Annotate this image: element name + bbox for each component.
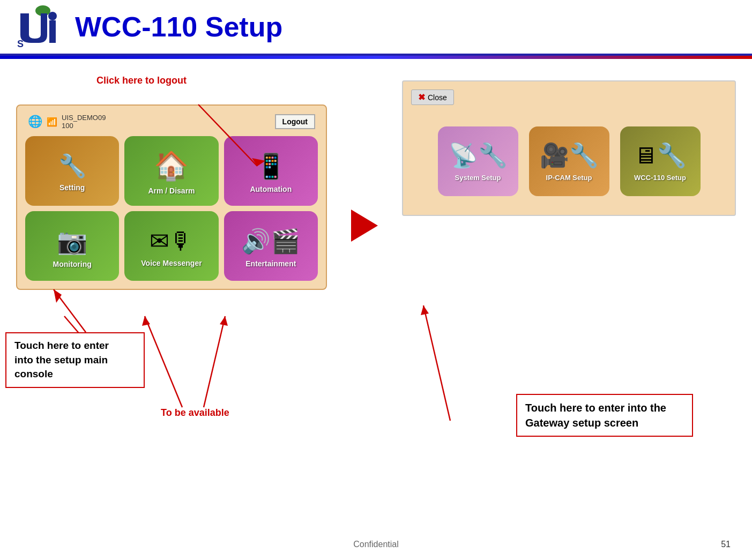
monitoring-tile[interactable]: 📷 Monitoring — [25, 211, 119, 281]
svg-line-13 — [423, 305, 450, 421]
wcc110-setup-tile[interactable]: 🖥🔧 WCC-110 Setup — [620, 126, 701, 196]
logout-button[interactable]: Logout — [275, 114, 315, 129]
right-panel: ✖ Close 📡🔧 System Setup 🎥🔧 IP-CAM Setup … — [402, 75, 736, 290]
console-topbar-left: 🌐 📶 UIS_DEMO09 100 — [28, 114, 106, 130]
svg-line-9 — [145, 316, 182, 407]
wcc110-setup-label: WCC-110 Setup — [634, 174, 686, 182]
ipcam-icon: 🎥🔧 — [540, 141, 599, 169]
svg-marker-14 — [421, 305, 429, 315]
left-panel: Click here to logout 🌐 📶 UIS_DEMO09 100 … — [16, 75, 327, 290]
arrow-shape — [351, 210, 378, 242]
touch-console-annotation: Touch here to enterinto the setup mainco… — [5, 332, 145, 388]
close-label: Close — [428, 93, 447, 102]
svg-marker-10 — [142, 316, 150, 326]
entertainment-tile[interactable]: 🔊🎬 Entertainment — [224, 211, 318, 281]
header-divider — [0, 56, 752, 59]
main-content: Click here to logout 🌐 📶 UIS_DEMO09 100 … — [0, 64, 752, 301]
monitoring-label: Monitoring — [53, 260, 92, 268]
app-grid: 🔧 Setting 🏠 Arm / Disarm 📱 Automation 📷 … — [25, 136, 318, 281]
settings-icon: 🔧 — [58, 153, 86, 179]
camera-icon: 📷 — [57, 227, 87, 256]
user-info: UIS_DEMO09 100 — [62, 114, 106, 130]
router-icon: 📡🔧 — [449, 141, 508, 169]
arm-disarm-label: Arm / Disarm — [148, 186, 195, 195]
entertainment-label: Entertainment — [245, 259, 296, 268]
right-arrow — [348, 210, 381, 242]
close-button[interactable]: ✖ Close — [411, 89, 454, 105]
setup-window: ✖ Close 📡🔧 System Setup 🎥🔧 IP-CAM Setup … — [402, 80, 736, 216]
svg-point-2 — [48, 12, 57, 20]
console-topbar: 🌐 📶 UIS_DEMO09 100 Logout — [25, 114, 318, 130]
automation-label: Automation — [250, 185, 292, 193]
house-icon: 🏠 — [154, 150, 189, 182]
svg-marker-12 — [220, 316, 228, 326]
header: S WCC-110 Setup — [0, 0, 752, 56]
ipcam-setup-label: IP-CAM Setup — [546, 174, 592, 182]
ipcam-setup-tile[interactable]: 🎥🔧 IP-CAM Setup — [529, 126, 609, 196]
globe-icon: 🌐 — [28, 115, 42, 129]
signal-level: 100 — [62, 122, 106, 130]
voice-messenger-label: Voice Messenger — [141, 259, 202, 267]
settings-tile[interactable]: 🔧 Setting — [25, 136, 119, 206]
remote-icon: 📱 — [256, 152, 286, 181]
system-setup-label: System Setup — [455, 174, 501, 182]
touch-gateway-annotation: Touch here to enter into theGateway setu… — [516, 394, 693, 437]
close-x-icon: ✖ — [418, 92, 425, 102]
envelope-mic-icon: ✉🎙 — [150, 227, 193, 255]
setup-icons-row: 📡🔧 System Setup 🎥🔧 IP-CAM Setup 🖥🔧 WCC-1… — [411, 116, 727, 207]
logout-annotation: Click here to logout — [96, 75, 187, 86]
touch-console-text: Touch here to enterinto the setup mainco… — [14, 340, 109, 379]
signal-bars-icon: 📶 — [47, 117, 57, 127]
svg-rect-1 — [49, 20, 56, 43]
settings-label: Setting — [59, 183, 85, 192]
monitor-wrench-icon: 🖥🔧 — [634, 141, 687, 169]
to-be-available-annotation: To be available — [161, 407, 229, 419]
svg-line-11 — [204, 316, 225, 407]
footer-page-number: 51 — [721, 540, 731, 549]
console-panel: 🌐 📶 UIS_DEMO09 100 Logout 🔧 Setting — [16, 104, 327, 290]
voice-messenger-tile[interactable]: ✉🎙 Voice Messenger — [124, 211, 218, 281]
footer-confidential: Confidential — [0, 540, 752, 549]
arm-disarm-tile[interactable]: 🏠 Arm / Disarm — [124, 136, 218, 206]
svg-text:S: S — [17, 39, 24, 48]
touch-gateway-text: Touch here to enter into theGateway setu… — [525, 402, 666, 429]
logo: S — [16, 5, 59, 48]
username: UIS_DEMO09 — [62, 114, 106, 122]
speaker-icon: 🔊🎬 — [241, 227, 300, 255]
setup-window-topbar: ✖ Close — [411, 89, 727, 105]
page-title: WCC-110 Setup — [75, 11, 282, 43]
automation-tile[interactable]: 📱 Automation — [224, 136, 318, 206]
system-setup-tile[interactable]: 📡🔧 System Setup — [438, 126, 518, 196]
